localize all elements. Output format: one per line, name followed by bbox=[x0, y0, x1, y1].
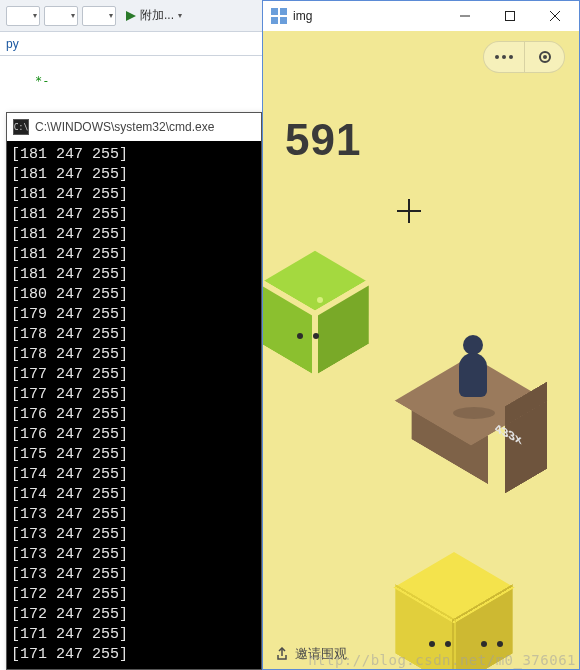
ide-dropdown-2[interactable]: ▾ bbox=[44, 6, 78, 26]
cmd-icon: C:\ bbox=[13, 119, 29, 135]
play-icon bbox=[126, 11, 136, 21]
miniprogram-close-button[interactable] bbox=[524, 42, 564, 72]
ide-attach-label: 附加... bbox=[140, 7, 174, 24]
close-icon bbox=[550, 11, 560, 21]
score-display: 591 bbox=[285, 115, 361, 165]
ide-dropdown-1[interactable]: ▾ bbox=[6, 6, 40, 26]
window-app-icon bbox=[271, 8, 287, 24]
cmd-titlebar[interactable]: C:\ C:\WINDOWS\system32\cmd.exe bbox=[7, 113, 261, 141]
img-titlebar[interactable]: img bbox=[263, 1, 579, 31]
cmd-title-text: C:\WINDOWS\system32\cmd.exe bbox=[35, 120, 214, 134]
invite-watch-button[interactable]: 邀请围观 bbox=[275, 645, 347, 663]
target-icon bbox=[539, 51, 551, 63]
img-window: img 591 bbox=[262, 0, 580, 670]
svg-marker-0 bbox=[126, 11, 136, 21]
cmd-window: C:\ C:\WINDOWS\system32\cmd.exe [181 247… bbox=[6, 112, 262, 670]
yellow-cube-eyes-right bbox=[481, 641, 503, 647]
ide-code-line: *- bbox=[35, 74, 49, 88]
miniprogram-menu-button[interactable] bbox=[484, 42, 524, 72]
miniprogram-controls bbox=[483, 41, 565, 73]
green-cube-dot bbox=[317, 297, 323, 303]
img-window-title: img bbox=[293, 9, 436, 23]
ide-file-tab[interactable]: py bbox=[0, 32, 262, 56]
share-icon bbox=[275, 647, 289, 661]
maximize-icon bbox=[505, 11, 515, 21]
ide-code-area: *- bbox=[0, 56, 262, 106]
yellow-cube-eyes-left bbox=[429, 641, 451, 647]
green-cube-eyes bbox=[297, 333, 319, 339]
maximize-button[interactable] bbox=[487, 2, 532, 30]
game-viewport[interactable]: 591 433x 邀请围观 bbox=[263, 31, 579, 669]
ide-toolbar: ▾ ▾ ▾ 附加... ▾ bbox=[0, 0, 262, 32]
ide-tab-label: py bbox=[6, 37, 19, 51]
minimize-button[interactable] bbox=[442, 2, 487, 30]
invite-watch-label: 邀请围观 bbox=[295, 645, 347, 663]
crosshair-icon bbox=[397, 199, 421, 223]
close-button[interactable] bbox=[532, 2, 577, 30]
window-buttons bbox=[442, 2, 577, 30]
player-pawn bbox=[459, 335, 487, 399]
minimize-icon bbox=[460, 11, 470, 21]
cmd-output[interactable]: [181 247 255] [181 247 255] [181 247 255… bbox=[7, 141, 261, 669]
ide-attach-button[interactable]: 附加... ▾ bbox=[120, 5, 188, 26]
player-shadow bbox=[453, 407, 495, 419]
ide-dropdown-3[interactable]: ▾ bbox=[82, 6, 116, 26]
svg-rect-2 bbox=[505, 12, 514, 21]
